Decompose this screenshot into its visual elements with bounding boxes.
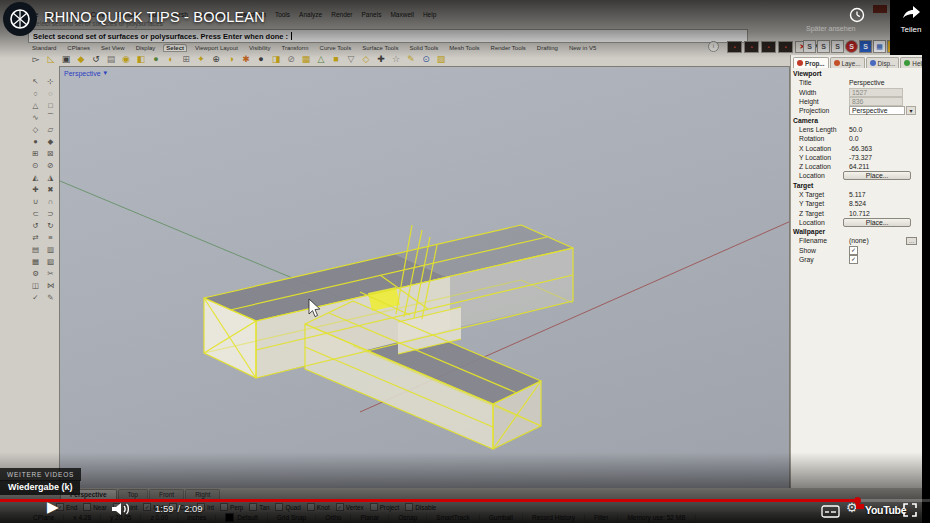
toolbar-icon[interactable]: ▻ xyxy=(30,53,42,65)
tool-palette-icon[interactable]: ✚ xyxy=(28,183,43,195)
property-row[interactable]: Z Target 10.712 xyxy=(791,208,922,217)
osnap-toggle[interactable]: Project xyxy=(370,503,400,511)
toolbar-icon[interactable]: ↺ xyxy=(90,53,102,65)
tool-palette-icon[interactable]: ◇ xyxy=(28,123,43,135)
tool-palette-icon[interactable]: ↺ xyxy=(28,219,43,231)
panel-tab[interactable]: Laye... xyxy=(830,57,865,68)
viewport-tab[interactable]: Top xyxy=(118,489,148,499)
toolbar-icon[interactable]: ◨ xyxy=(270,53,282,65)
tool-palette-icon[interactable]: ∿ xyxy=(28,111,43,123)
tool-palette-icon[interactable]: ○ xyxy=(28,87,43,99)
toolbar-icon[interactable]: ■ xyxy=(330,53,342,65)
toolbar-icon[interactable]: △ xyxy=(315,53,327,65)
checkbox[interactable] xyxy=(370,503,378,511)
toolbar-tab[interactable]: Curve Tools xyxy=(318,45,354,51)
tool-palette-icon[interactable]: ▦ xyxy=(28,255,43,267)
fullscreen-button[interactable] xyxy=(903,503,917,517)
tool-palette-icon[interactable]: □ xyxy=(43,99,58,111)
tool-palette-icon[interactable]: ↻ xyxy=(43,219,58,231)
toolbar-icon[interactable]: ✱ xyxy=(240,53,252,65)
toolbar-icon[interactable]: ◆ xyxy=(75,53,87,65)
property-row[interactable]: Location Place... xyxy=(791,218,922,227)
tool-palette-icon[interactable]: ▤ xyxy=(28,243,43,255)
toolbar-icon[interactable]: ⊘ xyxy=(285,53,297,65)
status-pane[interactable]: Ortho xyxy=(316,514,351,521)
property-row[interactable]: Camera xyxy=(791,115,922,124)
property-row[interactable]: Lens Length 50.0 xyxy=(791,125,922,134)
property-value[interactable]: 10.712 xyxy=(849,210,870,217)
checkbox[interactable] xyxy=(249,503,257,511)
export-toolbar-icon[interactable]: S xyxy=(817,40,830,53)
viewport-title[interactable]: Perspective ▾ xyxy=(64,69,107,77)
tool-palette-icon[interactable]: ✂ xyxy=(43,267,58,279)
toolbar-tab[interactable]: Visibility xyxy=(247,45,273,51)
property-row[interactable]: Location Place... xyxy=(791,171,922,180)
property-row[interactable]: Filename (none) xyxy=(791,236,922,245)
tool-palette-icon[interactable]: ◫ xyxy=(28,279,43,291)
tool-palette-icon[interactable]: ◭ xyxy=(28,171,43,183)
tool-palette-icon[interactable]: △ xyxy=(28,99,43,111)
panel-tab[interactable]: Disp... xyxy=(866,57,900,68)
tool-palette-icon[interactable]: ◮ xyxy=(43,171,58,183)
menu-item[interactable]: Maxwell xyxy=(390,11,413,18)
property-value[interactable]: 64.211 xyxy=(849,163,869,170)
info-icon[interactable]: i xyxy=(708,41,719,52)
toolbar-tab[interactable]: Solid Tools xyxy=(407,45,440,51)
toolbar-icon[interactable]: ⊞ xyxy=(180,53,192,65)
tool-palette-icon[interactable]: ✓ xyxy=(28,291,43,303)
toolbar-icon[interactable]: ⊙ xyxy=(420,53,432,65)
status-pane[interactable]: Inches xyxy=(178,514,216,521)
property-value[interactable]: 1527 xyxy=(849,88,903,97)
toolbar-icon[interactable]: ◉ xyxy=(120,53,132,65)
toolbar-icon[interactable]: ◺ xyxy=(45,53,57,65)
toolbar-icon[interactable]: ◐ xyxy=(165,53,177,65)
tool-palette-icon[interactable]: ▥ xyxy=(43,243,58,255)
osnap-toggle[interactable]: Near xyxy=(83,503,107,511)
property-value[interactable]: (none) xyxy=(849,237,869,244)
property-row[interactable]: Height 836 xyxy=(791,97,922,106)
menu-item[interactable]: Panels xyxy=(362,11,382,18)
export-toolbar-icon[interactable]: S xyxy=(831,40,844,53)
osnap-toggle[interactable]: Quad xyxy=(275,503,300,511)
osnap-toggle[interactable]: Vertex xyxy=(336,503,364,511)
checkbox[interactable] xyxy=(307,503,315,511)
tool-palette-icon[interactable]: ▧ xyxy=(43,255,58,267)
property-row[interactable]: Target xyxy=(791,181,922,190)
checkbox[interactable] xyxy=(143,503,151,511)
status-pane[interactable]: SmartTrack xyxy=(427,514,479,521)
status-pane[interactable]: Planar xyxy=(351,514,389,521)
watch-later-icon[interactable] xyxy=(849,7,865,23)
plugin-toolbar-icon[interactable]: ▪ xyxy=(778,41,793,53)
toolbar-icon[interactable]: ◑ xyxy=(225,53,237,65)
status-pane[interactable]: x 4.28 xyxy=(64,514,101,521)
volume-button[interactable] xyxy=(111,502,135,516)
osnap-toggle[interactable]: Perp xyxy=(220,503,243,511)
toolbar-icon[interactable]: ⊕ xyxy=(210,53,222,65)
export-toolbar-icon[interactable]: ▦ xyxy=(873,40,886,53)
osnap-toggle[interactable]: Disable xyxy=(405,503,436,511)
menu-item[interactable]: Analyze xyxy=(299,11,322,18)
osnap-toggle[interactable]: End xyxy=(56,503,77,511)
tool-palette-icon[interactable]: ∪ xyxy=(28,195,43,207)
tool-palette-icon[interactable]: ∩ xyxy=(43,195,58,207)
export-toolbar-icon[interactable]: S xyxy=(845,40,858,53)
tool-palette-icon[interactable]: ◆ xyxy=(43,135,58,147)
tool-palette-icon[interactable]: ↖ xyxy=(28,75,43,87)
panel-tab[interactable]: Prop... xyxy=(793,57,829,68)
property-row[interactable]: Wallpaper xyxy=(791,227,922,236)
property-value[interactable]: Perspective xyxy=(849,79,885,86)
channel-avatar[interactable] xyxy=(3,2,37,36)
status-pane[interactable]: Grid Snap xyxy=(268,514,316,521)
property-value[interactable]: 5.117 xyxy=(849,191,866,198)
subtitles-button[interactable] xyxy=(821,504,840,517)
toolbar-icon[interactable]: ▦ xyxy=(300,53,312,65)
toolbar-icon[interactable]: ▣ xyxy=(60,53,72,65)
tool-palette-icon[interactable]: ⊙ xyxy=(28,159,43,171)
tool-palette-icon[interactable]: ⇄ xyxy=(28,231,43,243)
property-value[interactable]: 8.524 xyxy=(849,200,866,207)
property-value[interactable]: Perspective xyxy=(849,106,905,115)
tool-palette-icon[interactable]: ✖ xyxy=(43,183,58,195)
youtube-logo[interactable]: YouTube xyxy=(865,504,906,516)
viewport-tab[interactable]: Front xyxy=(149,489,184,499)
tool-palette-icon[interactable]: ≡ xyxy=(43,231,58,243)
